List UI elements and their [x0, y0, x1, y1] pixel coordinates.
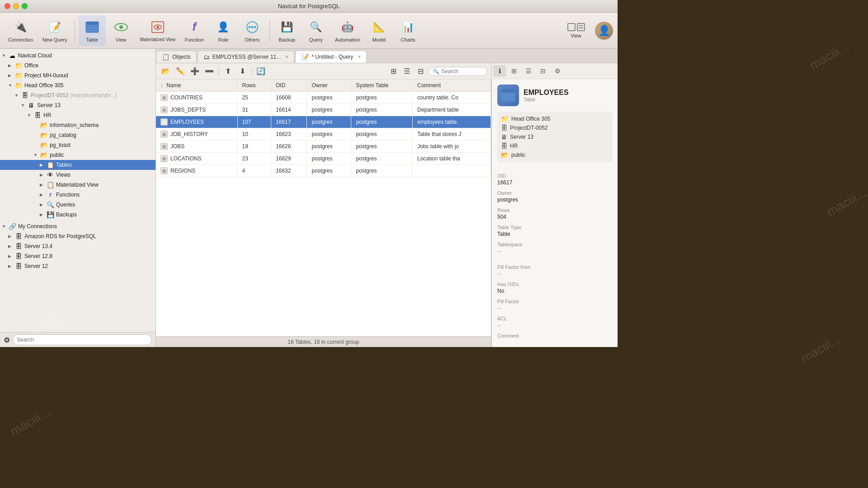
delete-button[interactable]: ➖ [203, 66, 216, 77]
table-row[interactable]: ▦ REGIONS 4 16632 postgres postgres [156, 165, 491, 177]
employees-tab-close[interactable]: × [285, 54, 288, 60]
toolbar-view2[interactable]: View [562, 15, 590, 46]
toolbar-new-query[interactable]: 📝 New Query [39, 15, 71, 46]
toolbar-connection[interactable]: 🔌 Connection [5, 15, 37, 46]
tree-office[interactable]: ▶ 📁 Office [0, 61, 156, 70]
server-128-icon: 🗄 [14, 252, 23, 260]
import-button[interactable]: ⬆ [222, 66, 234, 77]
rp-grid-icon[interactable]: ⊞ [508, 65, 520, 77]
detail-view-button[interactable]: ⊟ [414, 66, 427, 77]
tree-my-connections[interactable]: ▼ 🔗 My Connections [0, 221, 156, 231]
server-134-label: Server 13.4 [24, 243, 52, 249]
export-button[interactable]: ⬇ [236, 66, 249, 77]
toolbar-automation[interactable]: 🤖 Automation [331, 15, 364, 46]
tree-hr[interactable]: ▼ 🗄 HR [0, 110, 156, 120]
close-button[interactable] [5, 3, 10, 9]
list-view-button[interactable]: ☰ [401, 66, 413, 77]
rp-bc-public[interactable]: 📂 public [501, 151, 609, 159]
tree-server13[interactable]: ▼ 🖥 Server 13 [0, 100, 156, 110]
tree-pg-toast[interactable]: 📂 pg_toast [0, 140, 156, 150]
toolbar-mat-view[interactable]: Materialized View [137, 15, 179, 46]
table-row[interactable]: ▦ JOBS_DEPTS 31 16614 postgres postgres … [156, 104, 491, 116]
rp-has-oids-value: No [497, 288, 613, 294]
table-row[interactable]: ▦ JOBS 19 16626 postgres postgres Jobs t… [156, 141, 491, 153]
tree-server-134[interactable]: ▶ 🗄 Server 13.4 [0, 241, 156, 251]
cell-oid: 16626 [271, 141, 307, 153]
window-controls[interactable] [5, 3, 28, 9]
rp-bc-public-icon: 📂 [501, 151, 509, 159]
col-comment[interactable]: Comment [412, 80, 491, 92]
rp-settings-icon[interactable]: ⚙ [551, 65, 564, 77]
tree-functions[interactable]: ▶ f Functions [0, 190, 156, 200]
manage-connections-button[interactable]: ⚙ [4, 336, 10, 344]
rp-detail-icon[interactable]: ⊟ [537, 65, 549, 77]
rp-list-icon[interactable]: ☰ [522, 65, 535, 77]
panel-icon [577, 23, 585, 31]
toolbar-model[interactable]: 📐 Model [366, 15, 393, 46]
tree-public[interactable]: ▼ 📂 public [0, 150, 156, 160]
cell-system-table: postgres [351, 165, 413, 177]
tree-mat-view[interactable]: ▶ 📋 Materialized View [0, 180, 156, 190]
tree-head-office[interactable]: ▼ 📁 Head Office 305 [0, 80, 156, 90]
tree-navicat-cloud[interactable]: ▼ ☁ Navicat Cloud [0, 51, 156, 61]
minimize-button[interactable] [13, 3, 19, 9]
tab-untitled-query[interactable]: 📝 * Untitled - Query × [295, 51, 367, 63]
tree-server-128[interactable]: ▶ 🗄 Server 12.8 [0, 251, 156, 261]
edit-button[interactable]: ✏️ [174, 66, 187, 77]
toolbar-view[interactable]: View [108, 15, 135, 46]
toolbar-role[interactable]: 👤 Role [210, 15, 237, 46]
tables-label: Tables [56, 162, 72, 168]
cloud-icon: ☁ [8, 52, 16, 60]
rp-info-icon[interactable]: ℹ [493, 65, 506, 77]
toolbar-table[interactable]: Table [79, 15, 106, 46]
col-rows[interactable]: Rows [237, 80, 271, 92]
refresh-button[interactable]: 🔄 [255, 66, 267, 77]
toolbar-query[interactable]: 🔍 Query [302, 15, 330, 46]
col-system-table[interactable]: System Table [351, 80, 413, 92]
user-avatar[interactable]: 👤 [595, 22, 613, 40]
table-row[interactable]: ▦ COUNTRIES 25 16608 postgres postgres c… [156, 92, 491, 104]
table-row[interactable]: ▦ JOB_HISTORY 10 16623 postgres postgres… [156, 128, 491, 141]
sort-icon: ↕ [160, 82, 163, 89]
toolbar-backup[interactable]: 💾 Backup [274, 15, 301, 46]
untitled-tab-close[interactable]: × [358, 54, 361, 60]
tree-backups[interactable]: ▶ 💾 Backups [0, 210, 156, 220]
view-buttons: ⊞ ☰ ⊟ [387, 66, 427, 77]
toolbar-function[interactable]: f Function [181, 15, 208, 46]
toolbar-others[interactable]: Others [239, 15, 266, 46]
rp-oid-section: OID 16617 [497, 173, 613, 186]
tree-project-mh[interactable]: ▶ 📁 Project MH-0uoud [0, 70, 156, 80]
rp-bc-head-office[interactable]: 📁 Head Office 305 [501, 115, 609, 122]
tree-project-dt[interactable]: ▼ 🗄 ProjectDT-0052 (marybrowharybr...) [0, 90, 156, 100]
row-table-icon: ▦ [160, 131, 168, 138]
table-row[interactable]: ▦ LOCATIONS 23 16629 postgres postgres L… [156, 153, 491, 165]
rp-rows-value: 504 [497, 214, 613, 220]
col-owner[interactable]: Owner [307, 80, 351, 92]
rp-bc-server13[interactable]: 🖥 Server 13 [501, 133, 609, 141]
table-search-input[interactable] [441, 68, 483, 75]
cell-oid: 16614 [271, 104, 307, 116]
col-name[interactable]: ↕ Name [156, 80, 237, 92]
tree-pg-catalog[interactable]: 📂 pg_catalog [0, 130, 156, 140]
tree-server-12[interactable]: ▶ 🗄 Server 12 [0, 261, 156, 271]
tree-views[interactable]: ▶ 👁 Views [0, 170, 156, 180]
row-table-icon: ▦ [160, 106, 168, 113]
rp-bc-head-office-label: Head Office 305 [511, 116, 551, 122]
grid-view-button[interactable]: ⊞ [387, 66, 400, 77]
add-button[interactable]: ➕ [189, 66, 201, 77]
sidebar-search-input[interactable] [13, 334, 152, 345]
main-layout: ▼ ☁ Navicat Cloud ▶ 📁 Office ▶ 📁 Project… [0, 49, 618, 347]
tree-queries[interactable]: ▶ 🔍 Queries [0, 200, 156, 210]
maximize-button[interactable] [22, 3, 28, 9]
toolbar-charts[interactable]: 📊 Charts [395, 15, 422, 46]
rp-bc-hr[interactable]: 🗄 HR [501, 142, 609, 150]
col-oid[interactable]: OID [271, 80, 307, 92]
tab-objects[interactable]: 📋 Objects [156, 51, 197, 63]
tree-tables[interactable]: ▶ 📋 Tables [0, 160, 156, 170]
tree-info-schema[interactable]: 📂 information_schema [0, 120, 156, 130]
tree-amazon-rds[interactable]: ▶ 🗄 Amazon RDS for PostgreSQL [0, 231, 156, 241]
rp-bc-project-dt[interactable]: 🗄 ProjectDT-0052 [501, 124, 609, 131]
open-folder-button[interactable]: 📂 [160, 66, 172, 77]
tab-employees-server[interactable]: 🗂 EMPLOYESS @Server 11... × [198, 51, 295, 63]
table-row[interactable]: ▦ EMPLOYEES 107 16617 postgres postgres … [156, 116, 491, 128]
